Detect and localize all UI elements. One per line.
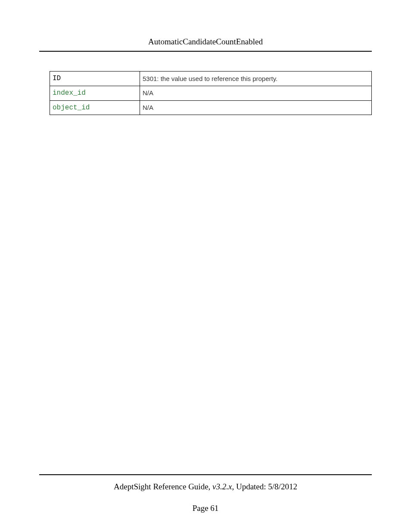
property-value: N/A [140, 86, 372, 100]
properties-table-area: ID 5301: the value used to reference thi… [50, 71, 372, 115]
footer-rule [39, 474, 372, 475]
property-key-id: ID [50, 72, 140, 86]
footer-date: 5/8/2012 [268, 482, 297, 491]
footer-sep: , Updated: [232, 482, 268, 491]
table-row: ID 5301: the value used to reference thi… [50, 72, 372, 86]
page-number: Page 61 [39, 504, 372, 513]
property-value: N/A [140, 100, 372, 115]
page-footer: AdeptSight Reference Guide, v3.2.x, Upda… [39, 474, 372, 513]
property-key-index-id: index_id [50, 86, 140, 100]
footer-text: AdeptSight Reference Guide, v3.2.x, Upda… [39, 482, 372, 492]
property-value: 5301: the value used to reference this p… [140, 72, 372, 86]
footer-guide-name: AdeptSight Reference Guide [114, 482, 208, 491]
table-row: object_id N/A [50, 100, 372, 115]
properties-table: ID 5301: the value used to reference thi… [50, 71, 372, 115]
page-title: AutomaticCandidateCountEnabled [0, 37, 411, 47]
page-header: AutomaticCandidateCountEnabled [0, 0, 411, 52]
footer-version: v3.2.x [212, 482, 232, 491]
table-row: index_id N/A [50, 86, 372, 100]
footer-sep: , [209, 482, 213, 491]
property-key-object-id: object_id [50, 100, 140, 115]
page: AutomaticCandidateCountEnabled ID 5301: … [0, 0, 411, 532]
header-rule [39, 51, 372, 52]
